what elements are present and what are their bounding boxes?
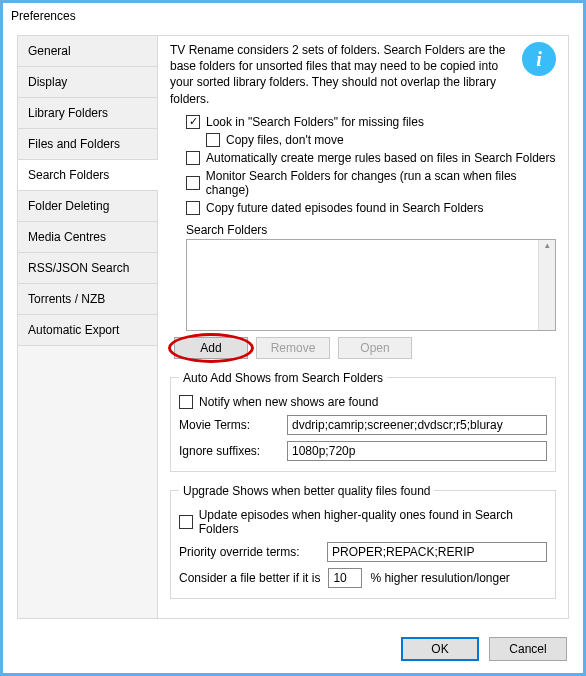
checkbox-notify-new-shows-label: Notify when new shows are found <box>199 395 378 409</box>
legend-auto-add: Auto Add Shows from Search Folders <box>179 371 387 385</box>
search-folders-label: Search Folders <box>186 223 556 237</box>
checkbox-notify-new-shows[interactable] <box>179 395 193 409</box>
checkbox-auto-merge[interactable] <box>186 151 200 165</box>
priority-label: Priority override terms: <box>179 545 319 559</box>
scroll-up-icon[interactable]: ▴ <box>539 240 555 250</box>
pane-search-folders: TV Rename considers 2 sets of folders. S… <box>158 36 568 618</box>
open-button[interactable]: Open <box>338 337 412 359</box>
fieldset-upgrade: Upgrade Shows when better quality files … <box>170 484 556 599</box>
add-button[interactable]: Add <box>174 337 248 359</box>
ok-button[interactable]: OK <box>401 637 479 661</box>
search-folders-list[interactable]: ▴ <box>186 239 556 331</box>
tab-folder-deleting[interactable]: Folder Deleting <box>18 191 157 222</box>
checkbox-look-in-label: Look in "Search Folders" for missing fil… <box>206 115 424 129</box>
info-icon[interactable]: i <box>522 42 556 76</box>
tab-strip: General Display Library Folders Files an… <box>18 36 158 618</box>
tab-rss-json-search[interactable]: RSS/JSON Search <box>18 253 157 284</box>
consider-suffix: % higher resulution/longer <box>370 571 509 585</box>
tab-display[interactable]: Display <box>18 67 157 98</box>
dialog-footer: OK Cancel <box>401 637 567 661</box>
checkbox-update-episodes-label: Update episodes when higher-quality ones… <box>199 508 547 536</box>
consider-percent-input[interactable] <box>328 568 362 588</box>
info-text: TV Rename considers 2 sets of folders. S… <box>170 42 514 107</box>
ignore-suffixes-label: Ignore suffixes: <box>179 444 279 458</box>
movie-terms-input[interactable] <box>287 415 547 435</box>
tab-media-centres[interactable]: Media Centres <box>18 222 157 253</box>
checkbox-update-episodes[interactable] <box>179 515 193 529</box>
checkbox-monitor[interactable] <box>186 176 200 190</box>
scrollbar[interactable]: ▴ <box>538 240 555 330</box>
checkbox-copy-future-label: Copy future dated episodes found in Sear… <box>206 201 484 215</box>
ignore-suffixes-input[interactable] <box>287 441 547 461</box>
tab-search-folders[interactable]: Search Folders <box>18 160 157 191</box>
tab-library-folders[interactable]: Library Folders <box>18 98 157 129</box>
legend-upgrade: Upgrade Shows when better quality files … <box>179 484 434 498</box>
checkbox-monitor-label: Monitor Search Folders for changes (run … <box>206 169 556 197</box>
checkbox-look-in[interactable] <box>186 115 200 129</box>
checkbox-copy-future[interactable] <box>186 201 200 215</box>
movie-terms-label: Movie Terms: <box>179 418 279 432</box>
tab-files-and-folders[interactable]: Files and Folders <box>18 129 157 160</box>
checkbox-copy-dont-move[interactable] <box>206 133 220 147</box>
fieldset-auto-add: Auto Add Shows from Search Folders Notif… <box>170 371 556 472</box>
tab-general[interactable]: General <box>18 36 157 67</box>
cancel-button[interactable]: Cancel <box>489 637 567 661</box>
priority-input[interactable] <box>327 542 547 562</box>
tab-automatic-export[interactable]: Automatic Export <box>18 315 157 346</box>
consider-prefix: Consider a file better if it is <box>179 571 320 585</box>
window-title: Preferences <box>3 3 583 29</box>
remove-button[interactable]: Remove <box>256 337 330 359</box>
checkbox-auto-merge-label: Automatically create merge rules based o… <box>206 151 556 165</box>
checkbox-copy-dont-move-label: Copy files, don't move <box>226 133 344 147</box>
tab-torrents-nzb[interactable]: Torrents / NZB <box>18 284 157 315</box>
